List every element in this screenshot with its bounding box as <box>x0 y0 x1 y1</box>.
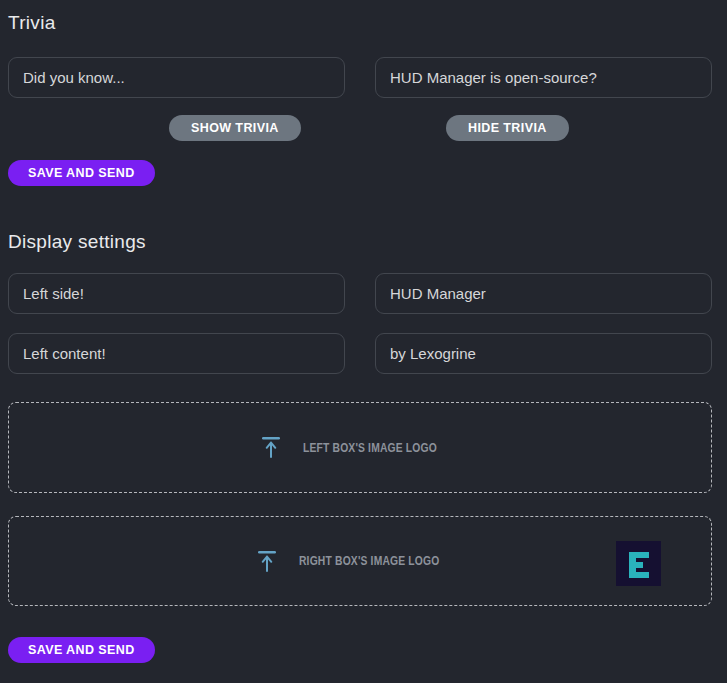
display-save-and-send-button[interactable]: SAVE AND SEND <box>8 637 155 663</box>
display-inputs-grid <box>8 273 712 374</box>
left-side-content-input[interactable] <box>8 333 345 374</box>
display-settings-title: Display settings <box>8 231 712 252</box>
right-side-content-input[interactable] <box>375 333 712 374</box>
trivia-inputs-row <box>8 57 712 98</box>
upload-icon <box>258 551 276 572</box>
trivia-section-title: Trivia <box>8 12 712 33</box>
right-logo-preview-image <box>616 541 661 586</box>
left-dropzone-label: LEFT BOX'S IMAGE LOGO <box>303 441 437 455</box>
left-logo-dropzone[interactable]: LEFT BOX'S IMAGE LOGO <box>8 402 712 493</box>
logo-letter-e <box>629 552 649 578</box>
right-dropzone-label: RIGHT BOX'S IMAGE LOGO <box>299 554 439 568</box>
left-side-title-input[interactable] <box>8 273 345 314</box>
trivia-save-and-send-button[interactable]: SAVE AND SEND <box>8 160 155 186</box>
upload-icon <box>262 437 280 458</box>
right-logo-dropzone[interactable]: RIGHT BOX'S IMAGE LOGO <box>8 516 712 606</box>
right-side-title-input[interactable] <box>375 273 712 314</box>
trivia-question-input[interactable] <box>8 57 345 98</box>
hud-settings-page: Trivia SHOW TRIVIA HIDE TRIVIA SAVE AND … <box>0 12 727 663</box>
trivia-buttons-row: SHOW TRIVIA HIDE TRIVIA <box>8 115 712 141</box>
trivia-answer-input[interactable] <box>375 57 712 98</box>
show-trivia-button[interactable]: SHOW TRIVIA <box>169 115 301 141</box>
hide-trivia-button[interactable]: HIDE TRIVIA <box>446 115 569 141</box>
